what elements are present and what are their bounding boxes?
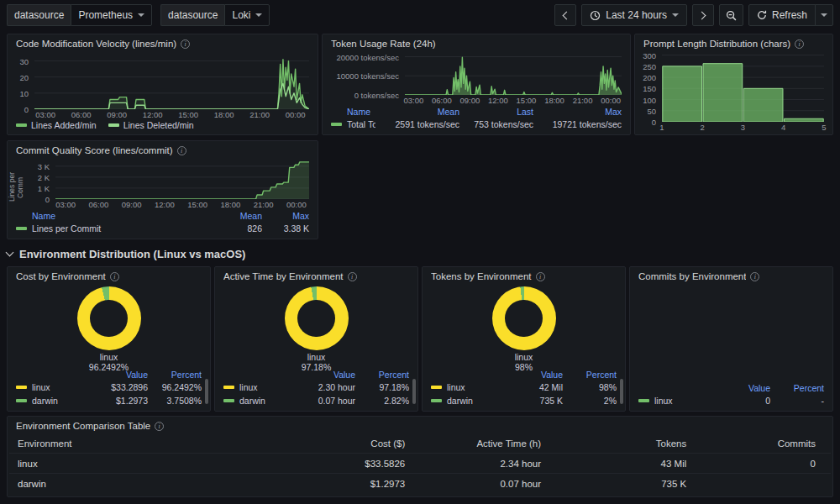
legend-series-name[interactable]: darwin bbox=[16, 396, 82, 406]
panel-title[interactable]: Tokens by Environment bbox=[431, 271, 532, 281]
legend-mean-value: 826 bbox=[210, 223, 262, 234]
legend-header-percent[interactable]: Percent bbox=[770, 383, 824, 393]
legend-header-value[interactable]: Value bbox=[705, 383, 770, 393]
cell-environment: darwin bbox=[18, 479, 269, 489]
legend-scrollbar[interactable] bbox=[205, 379, 208, 404]
legend-scrollbar[interactable] bbox=[412, 379, 416, 404]
legend-header-mean[interactable]: Mean bbox=[210, 211, 262, 221]
info-icon[interactable]: i bbox=[348, 272, 357, 281]
refresh-button[interactable]: Refresh bbox=[748, 4, 816, 26]
info-icon[interactable]: i bbox=[536, 272, 545, 281]
series-color-swatch bbox=[638, 399, 649, 402]
cost-donut-chart[interactable] bbox=[77, 286, 141, 350]
plot-area[interactable] bbox=[405, 53, 622, 95]
panel-title[interactable]: Commit Quality Score (lines/commit) bbox=[16, 145, 173, 155]
info-icon[interactable]: i bbox=[750, 272, 759, 281]
legend-header-mean[interactable]: Mean bbox=[375, 107, 459, 117]
time-shift-back-button[interactable] bbox=[554, 4, 576, 26]
time-shift-forward-button[interactable] bbox=[692, 4, 714, 26]
active-time-donut-chart[interactable] bbox=[285, 286, 349, 350]
commit-chart-row: Lines per Comm 01 K2 K3 K03:0006:0009:00… bbox=[8, 157, 318, 209]
legend-series-name[interactable]: Total Token Rate bbox=[331, 119, 375, 129]
zoom-out-button[interactable] bbox=[719, 4, 743, 26]
legend-percent: 98% bbox=[563, 382, 617, 392]
info-icon[interactable]: i bbox=[177, 146, 186, 155]
prometheus-datasource-picker[interactable]: Prometheus bbox=[71, 4, 152, 26]
legend-series-name[interactable]: darwin bbox=[223, 396, 290, 406]
commit-quality-chart[interactable]: 01 K2 K3 K03:0006:0009:0012:0015:0018:00… bbox=[32, 158, 311, 209]
time-range-picker[interactable]: Last 24 hours bbox=[581, 4, 687, 26]
legend-series-name[interactable]: Lines per Commit bbox=[16, 223, 210, 234]
panel-title[interactable]: Active Time by Environment bbox=[223, 271, 344, 281]
legend-value: 0.07 hour bbox=[290, 396, 355, 406]
series-color-swatch bbox=[16, 399, 27, 402]
legend-series-name[interactable]: linux bbox=[638, 396, 705, 406]
legend-item-lines-added[interactable]: Lines Added/min bbox=[16, 120, 97, 130]
legend-header-percent[interactable]: Percent bbox=[355, 370, 409, 380]
clock-icon bbox=[590, 10, 601, 21]
legend-label: Lines per Commit bbox=[32, 223, 101, 234]
legend-series-name[interactable]: linux bbox=[16, 382, 82, 392]
legend-item-lines-deleted[interactable]: Lines Deleted/min bbox=[108, 120, 194, 130]
series-color-swatch bbox=[223, 399, 234, 402]
refresh-interval-dropdown[interactable] bbox=[815, 4, 833, 26]
legend-percent: 97.18% bbox=[355, 382, 409, 392]
col-header-cost[interactable]: Cost ($) bbox=[269, 438, 405, 449]
legend-header-percent[interactable]: Percent bbox=[563, 370, 617, 380]
loki-datasource-picker[interactable]: Loki bbox=[224, 4, 270, 26]
prompt-length-histogram[interactable]: 05010015020025030012345 bbox=[640, 51, 826, 132]
info-icon[interactable]: i bbox=[155, 422, 164, 431]
legend-scrollbar[interactable] bbox=[620, 379, 623, 404]
legend-header-max[interactable]: Max bbox=[533, 107, 622, 117]
legend-series-name[interactable]: linux bbox=[431, 382, 497, 392]
legend-header-name[interactable]: Name bbox=[16, 211, 210, 221]
token-rate-chart[interactable]: 0 tokens/sec10000 tokens/sec20000 tokens… bbox=[328, 51, 623, 105]
row-environment-distribution[interactable]: Environment Distribution (Linux vs macOS… bbox=[7, 245, 245, 262]
tokens-donut-chart[interactable] bbox=[492, 286, 556, 350]
legend-row-total-token-rate: Total Token Rate 2591 tokens/sec 753 tok… bbox=[331, 118, 622, 131]
legend-header-value[interactable]: Value bbox=[82, 370, 148, 380]
legend-header-value[interactable]: Value bbox=[290, 370, 355, 380]
col-header-commits[interactable]: Commits bbox=[686, 438, 816, 449]
legend-header-percent[interactable]: Percent bbox=[148, 370, 202, 380]
y-tick-label: 0 tokens/sec bbox=[354, 91, 399, 100]
legend-header-last[interactable]: Last bbox=[459, 107, 533, 117]
panel-title[interactable]: Environment Comparison Table bbox=[16, 421, 150, 431]
legend-header-value[interactable]: Value bbox=[497, 370, 563, 380]
x-tick-label: 00:00 bbox=[601, 96, 621, 105]
y-tick-label: 300 bbox=[643, 50, 656, 60]
refresh-button-group: Refresh bbox=[748, 4, 833, 26]
legend-series-name[interactable]: darwin bbox=[431, 396, 497, 406]
panel-title[interactable]: Prompt Length Distribution (chars) bbox=[643, 39, 790, 49]
plot-area[interactable] bbox=[55, 160, 309, 199]
info-icon[interactable]: i bbox=[795, 39, 804, 49]
panel-title[interactable]: Commits by Environment bbox=[638, 271, 746, 281]
panel-cost-by-environment: Cost by Environment i linux 96.2492% Val… bbox=[7, 266, 211, 412]
info-icon[interactable]: i bbox=[110, 272, 119, 281]
panel-title[interactable]: Cost by Environment bbox=[16, 271, 106, 281]
legend-header-row: Value Percent bbox=[431, 368, 617, 381]
legend-label: darwin bbox=[447, 396, 473, 406]
donut-zone bbox=[630, 283, 832, 381]
y-tick-label: 50 bbox=[647, 106, 656, 115]
plot-area[interactable] bbox=[662, 53, 824, 122]
col-header-tokens[interactable]: Tokens bbox=[541, 438, 686, 449]
chevron-down-icon bbox=[672, 13, 679, 17]
info-icon[interactable]: i bbox=[181, 39, 190, 49]
x-tick-label: 12:00 bbox=[143, 110, 163, 119]
legend-header-name[interactable]: Name bbox=[331, 107, 375, 117]
series-color-swatch bbox=[431, 386, 442, 389]
legend-header-max[interactable]: Max bbox=[262, 211, 309, 221]
legend-series-name[interactable]: linux bbox=[223, 382, 290, 392]
col-header-active-time[interactable]: Active Time (h) bbox=[405, 438, 541, 449]
panel-header: Cost by Environment i bbox=[8, 267, 210, 283]
legend-value: $33.2896 bbox=[82, 382, 148, 392]
legend-label: darwin bbox=[32, 396, 58, 406]
velocity-time-series-chart[interactable]: 010203003:0006:0009:0012:0015:0018:0021:… bbox=[13, 51, 311, 119]
panel-title[interactable]: Code Modification Velocity (lines/min) bbox=[16, 39, 176, 49]
panel-title[interactable]: Token Usage Rate (24h) bbox=[331, 39, 436, 49]
panel-header: Tokens by Environment i bbox=[423, 267, 625, 283]
legend-percent: 3.7508% bbox=[148, 396, 202, 406]
plot-area[interactable] bbox=[34, 53, 309, 109]
col-header-environment[interactable]: Environment bbox=[18, 438, 269, 449]
